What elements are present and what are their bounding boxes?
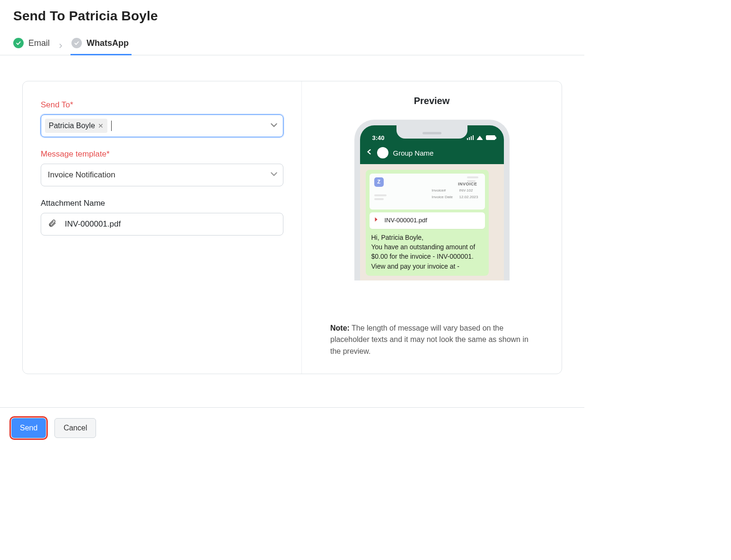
paperclip-icon: [48, 219, 56, 230]
invoice-meta-table: Invoice#INV-102 Invoice Date12.02.2023: [432, 188, 478, 201]
preview-note-text: The length of message will vary based on…: [330, 324, 528, 356]
attachment-name-value: INV-000001.pdf: [65, 219, 121, 229]
message-body: Hi, Patricia Boyle, You have an outstand…: [370, 233, 485, 271]
chevron-down-icon[interactable]: [270, 170, 278, 181]
whatsapp-group-name: Group Name: [393, 149, 434, 157]
recipient-chip-label: Patricia Boyle: [49, 122, 95, 130]
phone-time: 3:40: [372, 134, 385, 141]
whatsapp-message-bubble: Z INVOICE Invoice#INV-102 Invoice Date12…: [366, 170, 489, 276]
avatar: [377, 147, 388, 158]
attachment-name-label: Attachment Name: [41, 199, 283, 208]
phone-preview: 3:40: [354, 120, 510, 280]
message-template-select[interactable]: Invoice Notification: [41, 164, 283, 186]
close-icon[interactable]: ✕: [98, 122, 104, 130]
whatsapp-header: Group Name: [360, 145, 504, 164]
chevron-down-icon[interactable]: [270, 121, 278, 131]
attachment-name-input[interactable]: INV-000001.pdf: [41, 213, 283, 236]
preview-title: Preview: [302, 96, 562, 106]
tab-whatsapp[interactable]: WhatsApp: [71, 38, 129, 55]
signal-icon: [467, 135, 474, 140]
invoice-card-title: INVOICE: [458, 181, 477, 187]
whatsapp-chat-body: Z INVOICE Invoice#INV-102 Invoice Date12…: [360, 164, 504, 280]
recipient-chip[interactable]: Patricia Boyle ✕: [45, 119, 107, 133]
wifi-icon: [476, 136, 483, 140]
invoice-logo: Z: [374, 177, 384, 187]
page-title: Send To Patricia Boyle: [13, 9, 571, 24]
chevron-left-icon: [366, 149, 372, 157]
chevron-right-icon: [58, 42, 63, 51]
check-icon: [13, 38, 24, 48]
attachment-file-row: INV-000001.pdf: [370, 212, 485, 229]
tab-whatsapp-label: WhatsApp: [87, 38, 129, 48]
message-template-label: Message template*: [41, 149, 283, 159]
preview-note: Note: The length of message will vary ba…: [302, 312, 562, 374]
check-icon: [71, 38, 82, 48]
tab-email-label: Email: [28, 38, 50, 48]
message-template-value: Invoice Notification: [48, 170, 115, 180]
send-to-label: Send To*: [41, 100, 283, 110]
attachment-file-name: INV-000001.pdf: [385, 216, 427, 225]
form-panel: Send To* Patricia Boyle ✕ Message templa…: [23, 81, 302, 374]
whatsapp-form-card: Send To* Patricia Boyle ✕ Message templa…: [22, 81, 562, 374]
send-button[interactable]: Send: [11, 418, 46, 438]
battery-icon: [486, 135, 495, 140]
page-footer: Send Cancel: [0, 407, 584, 448]
channel-tabs: Email WhatsApp: [0, 38, 584, 55]
text-cursor: [111, 121, 112, 131]
active-tab-underline: [70, 54, 132, 55]
send-to-input[interactable]: Patricia Boyle ✕: [41, 114, 283, 137]
page-header: Send To Patricia Boyle Email WhatsApp: [0, 0, 584, 55]
preview-note-label: Note:: [330, 324, 350, 332]
cancel-button[interactable]: Cancel: [54, 418, 96, 438]
invoice-preview-card: Z INVOICE Invoice#INV-102 Invoice Date12…: [370, 174, 485, 210]
pdf-icon: [374, 216, 380, 225]
phone-notch: [396, 125, 467, 139]
preview-panel: Preview 3:40: [302, 81, 562, 374]
tab-email[interactable]: Email: [13, 38, 50, 55]
